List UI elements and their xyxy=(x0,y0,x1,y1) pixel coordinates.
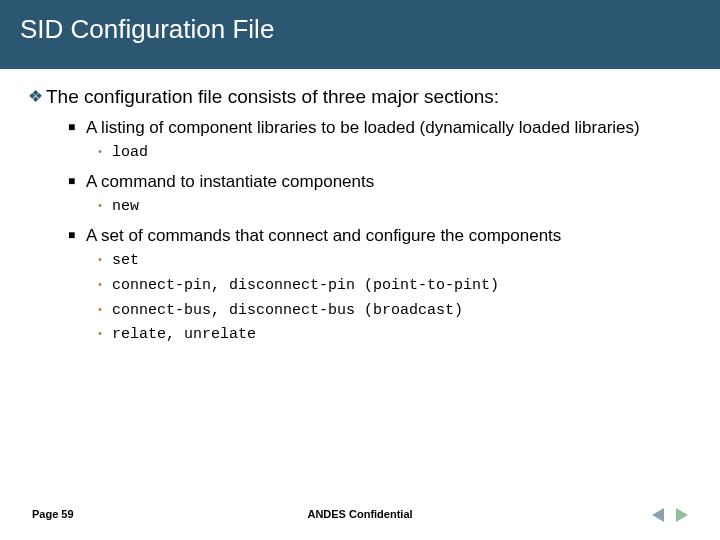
square-bullet-icon: ■ xyxy=(68,174,86,189)
dot-bullet-icon: • xyxy=(98,145,112,159)
command-text: new xyxy=(112,198,139,215)
command-item: •connect-pin, disconnect-pin (point-to-p… xyxy=(98,277,698,296)
command-item: •load xyxy=(98,144,698,163)
next-arrow-icon xyxy=(672,506,692,524)
section-item: ■A listing of component libraries to be … xyxy=(68,117,698,138)
command-item: •new xyxy=(98,198,698,217)
svg-marker-1 xyxy=(676,508,688,522)
slide: SID Configuration File ❖The configuratio… xyxy=(0,0,720,540)
square-bullet-icon: ■ xyxy=(68,120,86,135)
confidential-label: ANDES Confidential xyxy=(307,508,412,520)
dot-bullet-icon: • xyxy=(98,303,112,317)
dot-bullet-icon: • xyxy=(98,327,112,341)
section-text: A listing of component libraries to be l… xyxy=(86,118,640,137)
slide-body: ❖The configuration file consists of thre… xyxy=(0,69,720,345)
section-item: ■A command to instantiate components xyxy=(68,171,698,192)
intro-line: ❖The configuration file consists of thre… xyxy=(28,85,698,109)
dot-bullet-icon: • xyxy=(98,199,112,213)
command-text: relate, unrelate xyxy=(112,326,256,343)
command-item: •relate, unrelate xyxy=(98,326,698,345)
intro-text: The configuration file consists of three… xyxy=(46,86,499,107)
slide-title: SID Configuration File xyxy=(0,0,720,69)
prev-arrow-icon xyxy=(648,506,668,524)
diamond-bullet-icon: ❖ xyxy=(28,86,46,107)
command-text: load xyxy=(112,144,148,161)
command-item: •set xyxy=(98,252,698,271)
svg-marker-0 xyxy=(652,508,664,522)
square-bullet-icon: ■ xyxy=(68,228,86,243)
dot-bullet-icon: • xyxy=(98,253,112,267)
section-text: A command to instantiate components xyxy=(86,172,374,191)
command-item: •connect-bus, disconnect-bus (broadcast) xyxy=(98,302,698,321)
command-text: connect-bus, disconnect-bus (broadcast) xyxy=(112,302,463,319)
dot-bullet-icon: • xyxy=(98,278,112,292)
section-item: ■A set of commands that connect and conf… xyxy=(68,225,698,246)
command-text: set xyxy=(112,252,139,269)
nav-arrows xyxy=(648,506,692,524)
page-number: Page 59 xyxy=(32,508,74,520)
command-text: connect-pin, disconnect-pin (point-to-pi… xyxy=(112,277,499,294)
section-text: A set of commands that connect and confi… xyxy=(86,226,561,245)
